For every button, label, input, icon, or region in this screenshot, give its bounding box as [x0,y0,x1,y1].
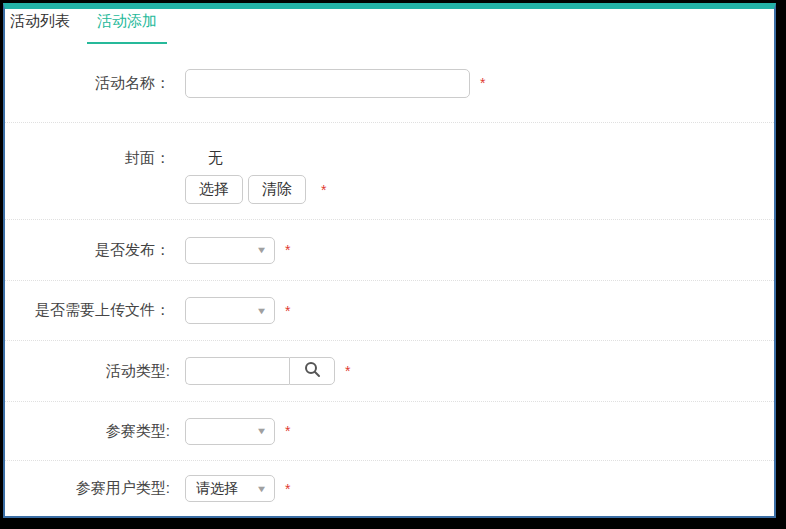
row-cover: 封面： 无 选择 清除 * [5,123,774,220]
activity-add-form: 活动名称： * 封面： 无 选择 清除 * 是否发布： [5,44,774,516]
activity-name-input[interactable] [185,69,470,98]
required-asterisk: * [285,424,290,438]
required-asterisk: * [285,482,290,496]
entry-user-type-select-value: 请选择 [196,480,257,498]
row-entry-type: 参赛类型: ▼ * [5,402,774,461]
entry-type-label: 参赛类型: [5,422,170,441]
required-asterisk: * [321,183,326,197]
publish-select[interactable]: ▼ [185,237,275,264]
cover-label: 封面： [5,143,170,173]
row-activity-name: 活动名称： * [5,44,774,123]
need-upload-label: 是否需要上传文件： [5,301,170,320]
tab-activity-list[interactable]: 活动列表 [10,3,70,44]
chevron-down-icon: ▼ [256,426,268,436]
cover-clear-button[interactable]: 清除 [248,175,306,204]
required-asterisk: * [285,304,290,318]
need-upload-select[interactable]: ▼ [185,297,275,324]
activity-type-search-button[interactable] [289,357,335,385]
required-asterisk: * [480,76,485,90]
entry-type-select[interactable]: ▼ [185,418,275,445]
activity-name-label: 活动名称： [5,74,170,93]
entry-user-type-select[interactable]: 请选择 ▼ [185,475,275,502]
cover-value: 无 [208,149,223,168]
row-entry-user-type: 参赛用户类型: 请选择 ▼ * [5,461,774,516]
required-asterisk: * [345,364,350,378]
row-need-upload: 是否需要上传文件： ▼ * [5,281,774,341]
app-window: 活动列表 活动添加 活动名称： * 封面： 无 选择 清除 * [3,3,776,518]
row-activity-type: 活动类型: * [5,341,774,402]
chevron-down-icon: ▼ [256,245,268,255]
row-publish: 是否发布： ▼ * [5,220,774,281]
chevron-down-icon: ▼ [256,484,268,494]
entry-user-type-label: 参赛用户类型: [5,479,170,498]
tab-bar: 活动列表 活动添加 [5,9,774,44]
search-icon [304,361,321,382]
required-asterisk: * [285,243,290,257]
chevron-down-icon: ▼ [256,306,268,316]
publish-label: 是否发布： [5,241,170,260]
activity-type-label: 活动类型: [5,362,170,381]
activity-type-input[interactable] [185,357,289,385]
cover-select-button[interactable]: 选择 [185,175,243,204]
tab-activity-add[interactable]: 活动添加 [87,3,167,44]
